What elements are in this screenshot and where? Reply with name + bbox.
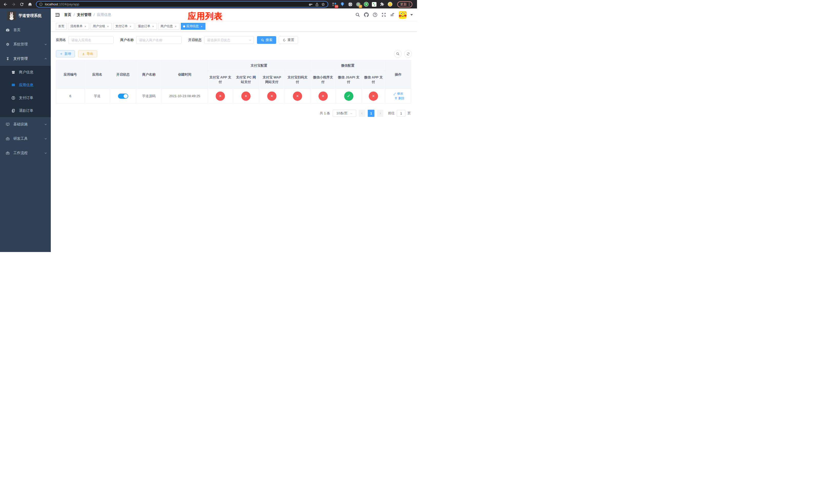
search-form: 应用名 商户名称 开启状态 搜索 重置 xyxy=(56,36,412,44)
sidebar-item-system[interactable]: 系统管理 xyxy=(0,37,51,51)
sidebar-item-label: 商户信息 xyxy=(19,70,33,75)
url-text: localhost:1024/pay/app xyxy=(45,2,79,6)
url-bar[interactable]: localhost:1024/pay/app xyxy=(36,1,328,7)
add-button[interactable]: 新增 xyxy=(56,50,75,58)
sidebar-item-infrastructure[interactable]: 基础设施 xyxy=(0,117,51,132)
close-icon[interactable] xyxy=(174,25,177,28)
site-info-icon[interactable] xyxy=(39,2,43,6)
close-icon[interactable] xyxy=(106,25,110,28)
close-icon[interactable] xyxy=(84,25,87,28)
search-button[interactable]: 搜索 xyxy=(257,36,276,44)
delete-label: 删除 xyxy=(398,96,404,100)
col-header-wx-mini: 微信小程序支付 xyxy=(310,71,336,89)
app-table: 应用编号 应用名 开启状态 商户名称 创建时间 支付宝配置 微信配置 操作 支付… xyxy=(56,60,411,104)
tab-process-form[interactable]: 流程表单 xyxy=(68,23,89,30)
help-icon[interactable] xyxy=(373,12,377,17)
github-icon[interactable] xyxy=(364,12,369,17)
close-icon[interactable] xyxy=(152,25,155,28)
fullscreen-icon[interactable] xyxy=(381,12,386,17)
update-label: 更新 xyxy=(400,2,407,7)
col-header-alipay-app: 支付宝 APP 支付 xyxy=(208,71,233,89)
total-count: 共 1 条 xyxy=(320,111,330,116)
sidebar-item-dev-tools[interactable]: 研发工具 xyxy=(0,132,51,146)
close-icon[interactable] xyxy=(200,25,203,28)
pikachu-avatar-image xyxy=(399,11,407,19)
breadcrumb-section[interactable]: 支付管理 xyxy=(77,13,91,17)
tab-label: 支付订单 xyxy=(115,24,128,28)
sidebar-item-refund-orders[interactable]: 退款订单 xyxy=(0,104,51,117)
extension-v-icon[interactable]: V xyxy=(364,2,369,7)
bookmark-star-icon[interactable] xyxy=(321,2,325,6)
sidebar-item-payment[interactable]: 支付管理 xyxy=(0,51,51,66)
sidebar-item-app-info[interactable]: 应用信息 xyxy=(0,79,51,92)
merchant-name-input[interactable] xyxy=(136,36,181,44)
sidebar-item-home[interactable]: 首页 xyxy=(0,23,51,37)
sidebar-item-pay-orders[interactable]: 支付订单 xyxy=(0,92,51,104)
delete-link[interactable]: 删除 xyxy=(394,96,404,100)
reload-icon[interactable] xyxy=(20,2,24,7)
status-select[interactable] xyxy=(204,36,254,44)
extension-command-icon[interactable] xyxy=(348,2,353,7)
chevron-down-icon xyxy=(44,152,47,155)
goto-page-input[interactable] xyxy=(397,110,405,117)
close-icon[interactable] xyxy=(129,25,132,28)
tab-user-group[interactable]: 用户分组 xyxy=(90,23,112,30)
tab-app-info[interactable]: 应用信息 xyxy=(181,23,205,30)
extension-emoji-avatar[interactable] xyxy=(388,2,393,7)
extension-diamond-icon[interactable]: 10 xyxy=(332,2,337,7)
cell-status xyxy=(110,89,136,104)
sidebar-item-workflow[interactable]: 工作流程 xyxy=(0,146,51,160)
extensions-puzzle-icon[interactable] xyxy=(379,2,385,7)
sidebar-item-merchant-info[interactable]: 商户信息 xyxy=(0,66,51,79)
back-icon[interactable] xyxy=(3,2,8,7)
font-size-icon[interactable] xyxy=(390,12,395,17)
hide-search-button[interactable] xyxy=(394,50,402,58)
col-header-created: 创建时间 xyxy=(162,61,208,89)
app-name-input[interactable] xyxy=(68,36,114,44)
annotation-page-title: 应用列表 xyxy=(188,10,223,22)
extension-flag-icon[interactable] xyxy=(372,2,377,7)
breadcrumb-home[interactable]: 首页 xyxy=(64,13,71,17)
col-header-alipay-qr: 支付宝扫码支付 xyxy=(285,71,310,89)
extension-badge: 10 xyxy=(335,5,338,8)
col-group-alipay: 支付宝配置 xyxy=(208,61,310,71)
reset-button[interactable]: 重置 xyxy=(279,36,298,44)
browser-menu-icon[interactable] xyxy=(409,3,410,6)
tab-label: 首页 xyxy=(58,24,64,28)
search-icon[interactable] xyxy=(355,12,360,17)
reset-button-label: 重置 xyxy=(287,38,294,42)
page-number-1[interactable]: 1 xyxy=(368,110,374,117)
cell-alipay-pc: × xyxy=(233,89,259,104)
extension-recorder-icon[interactable]: 1 xyxy=(356,2,361,7)
tab-merchant-info[interactable]: 商户信息 xyxy=(158,23,179,30)
edit-link[interactable]: 修改 xyxy=(393,92,403,96)
col-header-alipay-pc: 支付宝 PC 网站支付 xyxy=(233,71,259,89)
forward-icon[interactable] xyxy=(11,2,16,7)
tab-refund-orders[interactable]: 退款订单 xyxy=(136,23,157,30)
briefcase-icon xyxy=(6,151,10,155)
status-select-input[interactable] xyxy=(204,36,254,44)
refresh-table-button[interactable] xyxy=(404,50,412,58)
user-avatar[interactable] xyxy=(399,11,407,19)
tab-pay-orders[interactable]: 支付订单 xyxy=(113,23,134,30)
next-page-button[interactable] xyxy=(377,110,383,117)
password-key-icon[interactable] xyxy=(309,2,313,6)
status-cross-icon: × xyxy=(369,92,378,101)
sidebar-item-label: 退款订单 xyxy=(19,109,33,113)
coin-yen-icon xyxy=(11,96,15,100)
page-size-select[interactable]: 10条/页 xyxy=(333,110,356,117)
tab-home[interactable]: 首页 xyxy=(56,23,67,30)
col-header-wx-jsapi: 微信 JSAPI 支付 xyxy=(336,71,361,89)
top-navbar: 首页 / 支付管理 / 应用信息 xyxy=(51,8,417,21)
app-logo[interactable]: 芋道管理系统 xyxy=(0,8,51,23)
sidebar-fold-icon[interactable] xyxy=(55,12,60,18)
prev-page-button[interactable] xyxy=(359,110,365,117)
col-group-wechat: 微信配置 xyxy=(310,61,386,71)
share-icon[interactable] xyxy=(315,2,319,6)
caret-down-icon[interactable] xyxy=(410,14,413,16)
export-button[interactable]: 导出 xyxy=(78,50,97,58)
home-icon[interactable] xyxy=(28,2,32,7)
status-toggle[interactable] xyxy=(118,94,128,99)
extension-balloon-icon[interactable] xyxy=(340,2,345,7)
browser-update-button[interactable]: 更新 xyxy=(397,1,412,7)
